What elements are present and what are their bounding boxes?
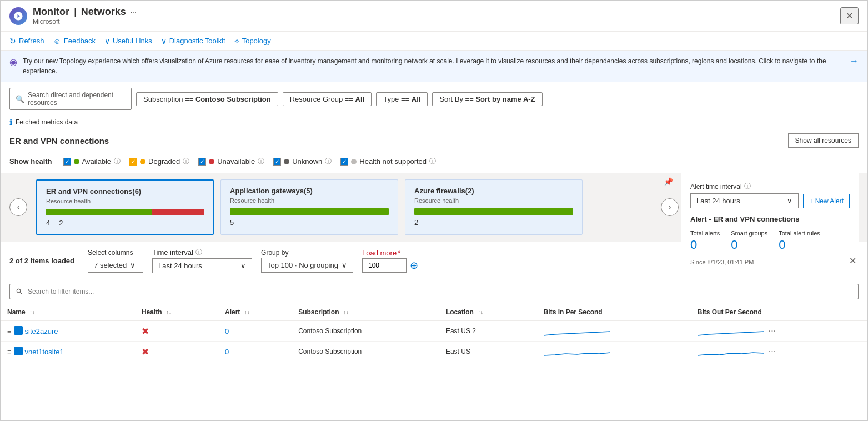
resource-group-filter[interactable]: Resource Group == All [283,92,372,106]
svg-rect-0 [14,326,23,335]
time-interval-group: Time interval ⓘ Last 24 hours ∨ [152,248,252,273]
unknown-dot [284,159,289,164]
unavailable-checkbox[interactable] [198,158,206,166]
total-alerts-label: Total alerts [690,230,720,237]
section-title: ER and VPN connections [9,136,109,146]
col-health[interactable]: Health ↑↓ [135,304,218,321]
name-sort-icon: ↑↓ [29,309,35,315]
row2-bits-out-cell: ··· [691,342,867,362]
search-input[interactable]: 🔍 Search direct and dependent resources [9,88,132,110]
app-title: Monitor [33,6,69,18]
close-button[interactable]: ✕ [840,7,859,24]
app-gateways-title: Application gateways(5) [230,187,389,195]
alert-interval-label: Alert time interval [690,183,742,191]
col-location[interactable]: Location ↑↓ [439,304,537,321]
search-icon: 🔍 [16,95,24,103]
col-bits-in[interactable]: Bits In Per Second [537,304,691,321]
subscription-filter[interactable]: Subscription == Contoso Subscription [136,92,278,106]
available-checkbox[interactable] [63,158,71,166]
topology-button[interactable]: ⟡ Topology [234,36,271,46]
azure-firewalls-card[interactable]: Azure firewalls(2) Resource health 2 [405,179,583,235]
col-name[interactable]: Name ↑↓ [1,304,135,321]
unknown-checkbox[interactable] [273,158,281,166]
next-card-button[interactable]: › [661,198,679,216]
er-vpn-counts: 4 2 [46,219,204,227]
row2-expand-icon[interactable]: ≡ [7,348,12,356]
time-interval-chevron-icon: ∨ [240,262,246,270]
health-not-supported-dot [351,159,357,164]
smart-groups-stat: Smart groups 0 [731,230,767,252]
prev-card-button[interactable]: ‹ [9,198,27,216]
row1-bits-in-chart [544,325,610,337]
table-row: ≡ site2azure ✖ 0 Contoso Subscription [1,321,867,342]
load-more-icon[interactable]: ⊕ [410,259,418,272]
provider-label: Microsoft [33,18,137,26]
row1-subscription-cell: Contoso Subscription [292,321,439,342]
total-alerts-value: 0 [690,238,720,252]
degraded-checkbox[interactable] [129,158,137,166]
row1-expand-icon[interactable]: ≡ [7,327,12,335]
unavailable-info-icon[interactable]: ⓘ [258,157,264,166]
useful-links-button[interactable]: ∨ Useful Links [104,37,152,46]
search-filter-area [1,279,867,304]
row1-name-link[interactable]: site2azure [25,327,58,335]
table-header-row: Name ↑↓ Health ↑↓ Alert ↑↓ Subscription … [1,304,867,321]
diagnostic-toolkit-button[interactable]: ∨ Diagnostic Toolkit [161,37,225,46]
banner-arrow-icon[interactable]: → [850,56,859,66]
alert-panel: Alert time interval ⓘ Last 24 hours ∨ + … [681,173,859,242]
unknown-label: Unknown [292,157,322,166]
col-bits-out[interactable]: Bits Out Per Second [691,304,867,321]
health-not-supported-checkbox[interactable] [340,158,348,166]
show-all-button[interactable]: Show all resources [788,133,859,148]
type-filter[interactable]: Type == All [376,92,428,106]
feedback-button[interactable]: ☺ Feedback [53,37,96,46]
alert-sort-icon: ↑↓ [244,309,250,315]
row1-more-button[interactable]: ··· [769,326,776,336]
sort-by-filter[interactable]: Sort By == Sort by name A-Z [432,92,542,106]
col-subscription[interactable]: Subscription ↑↓ [292,304,439,321]
health-degraded: Degraded ⓘ [129,157,189,166]
load-more-row: ⊕ [362,258,418,273]
table-search-input[interactable] [9,284,859,299]
col-alert[interactable]: Alert ↑↓ [218,304,292,321]
banner-text: Try our new Topology experience which of… [23,56,844,76]
load-more-input[interactable] [362,258,407,273]
row1-alert-value[interactable]: 0 [225,327,229,335]
row2-alert-value[interactable]: 0 [225,348,229,356]
er-vpn-card[interactable]: ER and VPN connections(6) Resource healt… [36,179,214,235]
total-alert-rules-value: 0 [779,238,820,252]
row1-resource-icon [14,326,23,337]
load-more-group: Load more * ⊕ [362,249,418,273]
health-bar: Show health Available ⓘ Degraded ⓘ Unava… [1,152,867,173]
time-interval-info-icon[interactable]: ⓘ [195,248,202,257]
alert-interval-select[interactable]: Last 24 hours ∨ [690,193,799,208]
refresh-button[interactable]: ↻ Refresh [9,37,44,46]
info-bar: ℹ Fetched metrics data [1,116,867,129]
app-icon [9,7,27,25]
time-interval-select[interactable]: Last 24 hours ∨ [152,258,252,273]
app-gateways-health-bar [230,208,389,215]
cards-wrapper: ER and VPN connections(6) Resource healt… [36,179,652,235]
toolbar: ↻ Refresh ☺ Feedback ∨ Useful Links ∨ Di… [1,32,867,51]
unknown-info-icon[interactable]: ⓘ [325,157,332,166]
more-options-icon[interactable]: ··· [131,8,137,16]
select-columns-label: Select columns [88,249,143,257]
alert-interval-info-icon[interactable]: ⓘ [744,182,751,191]
select-columns-dropdown[interactable]: 7 selected ∨ [88,258,143,273]
health-available: Available ⓘ [63,157,121,166]
row2-more-button[interactable]: ··· [769,347,776,357]
unavailable-label: Unavailable [217,157,255,166]
new-alert-button[interactable]: + New Alert [803,194,850,208]
app-gateways-card[interactable]: Application gateways(5) Resource health … [220,179,398,235]
total-alert-rules-stat: Total alert rules 0 [779,230,820,252]
group-by-dropdown[interactable]: Top 100 · No grouping ∨ [261,258,353,273]
filter-bar: 🔍 Search direct and dependent resources … [1,82,867,116]
degraded-info-icon[interactable]: ⓘ [183,157,189,166]
health-not-supported-info-icon[interactable]: ⓘ [429,157,436,166]
table-row: ≡ vnet1tosite1 ✖ 0 Contoso Subscripti [1,342,867,362]
available-info-icon[interactable]: ⓘ [114,157,121,166]
info-text: Fetched metrics data [16,118,78,126]
health-not-supported: Health not supported ⓘ [340,157,436,166]
row2-name-link[interactable]: vnet1tosite1 [25,348,64,356]
pin-icon[interactable]: 📌 [664,177,673,186]
